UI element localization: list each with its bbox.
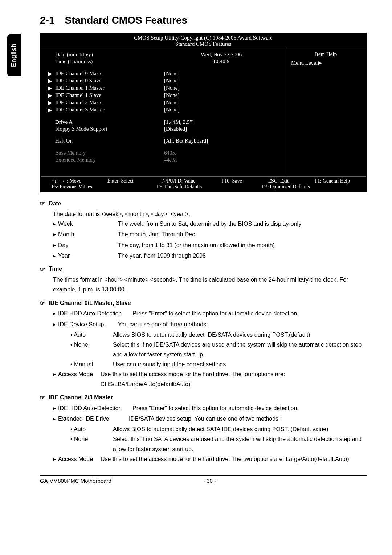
forward-icon: ▸ [53,251,56,261]
pointer-icon: ☞ [40,266,45,273]
forward-icon: ▸ [53,219,56,229]
heading-date: Date [49,200,61,207]
bios-row-extmem: Extended Memory447M [48,156,278,163]
bios-row-ide: ▶IDE Channel 2 Master[None] [48,99,278,106]
forward-icon: ▸ [53,240,56,250]
footer-product: GA-VM800PMC Motherboard [40,478,203,484]
bios-header-line2: Standard CMOS Features [42,41,364,47]
bios-help-title: Item Help [291,51,361,57]
bios-help-panel: Item Help Menu Level▶ [286,49,366,176]
forward-icon: ▸ [53,414,56,424]
bios-menu-level: Menu Level▶ [291,60,361,66]
bios-main-panel: Date (mm:dd:yy) Wed, Nov 22 2006 Time (h… [41,49,286,176]
bios-row-ide: ▶IDE Channel 0 Slave[None] [48,77,278,85]
bios-header: CMOS Setup Utility-Copyright (C) 1984-20… [41,33,366,49]
heading-ide01: IDE Channel 0/1 Master, Slave [49,300,131,306]
forward-icon: ▸ [53,403,56,413]
section-number: 2-1 [40,15,54,26]
pointer-icon: ☞ [40,200,45,207]
bios-row-floppy: Floppy 3 Mode Support[Disabled] [48,126,278,132]
doc-section-date: ☞Date The date format is <week>, <month>… [40,200,367,261]
forward-icon: ▸ [53,369,56,389]
forward-icon: ▸ [53,454,56,464]
bios-row-ide: ▶IDE Channel 0 Master[None] [48,70,278,77]
bios-row-basemem: Base Memory640K [48,150,278,156]
forward-icon: ▸ [53,319,56,329]
section-title: 2-1Standard CMOS Features [40,15,367,26]
bios-row-ide: ▶IDE Channel 1 Slave[None] [48,92,278,99]
doc-section-time: ☞Time The times format in <hour> <minute… [40,266,367,294]
heading-ide23: IDE Channel 2/3 Master [49,394,113,401]
pointer-icon: ☞ [40,299,45,306]
bios-row-ide: ▶IDE Channel 1 Master[None] [48,85,278,92]
pointer-icon: ☞ [40,394,45,401]
bios-screenshot: CMOS Setup Utility-Copyright (C) 1984-20… [40,33,367,192]
bios-footer: ↑↓→←: Move Enter: Select +/-/PU/PD: Valu… [41,176,366,191]
bios-header-line1: CMOS Setup Utility-Copyright (C) 1984-20… [42,35,364,41]
forward-icon: ▸ [53,229,56,239]
doc-section-ide01: ☞IDE Channel 0/1 Master, Slave ▸IDE HDD … [40,299,367,389]
section-title-text: Standard CMOS Features [65,15,187,26]
bios-row-date: Date (mm:dd:yy) Wed, Nov 22 2006 [48,51,278,58]
time-body: The times format in <hour> <minute> <sec… [53,275,367,294]
bios-row-ide: ▶IDE Channel 3 Master[None] [48,106,278,114]
doc-section-ide23: ☞IDE Channel 2/3 Master ▸IDE HDD Auto-De… [40,394,367,464]
bios-row-drive: Drive A[1.44M, 3.5"] [48,119,278,126]
page-content: 2-1Standard CMOS Features CMOS Setup Uti… [40,15,367,484]
language-tab: English [7,34,21,76]
forward-icon: ▸ [53,309,56,318]
heading-time: Time [49,266,62,272]
bios-row-time: Time (hh:mm:ss) 10:40:9 [48,58,278,65]
page-footer: GA-VM800PMC Motherboard - 30 - [40,475,367,484]
date-intro: The date format is <week>, <month>, <day… [53,209,367,219]
bios-row-halt: Halt On[All, But Keyboard] [48,138,278,144]
footer-page-number: - 30 - [203,478,216,484]
